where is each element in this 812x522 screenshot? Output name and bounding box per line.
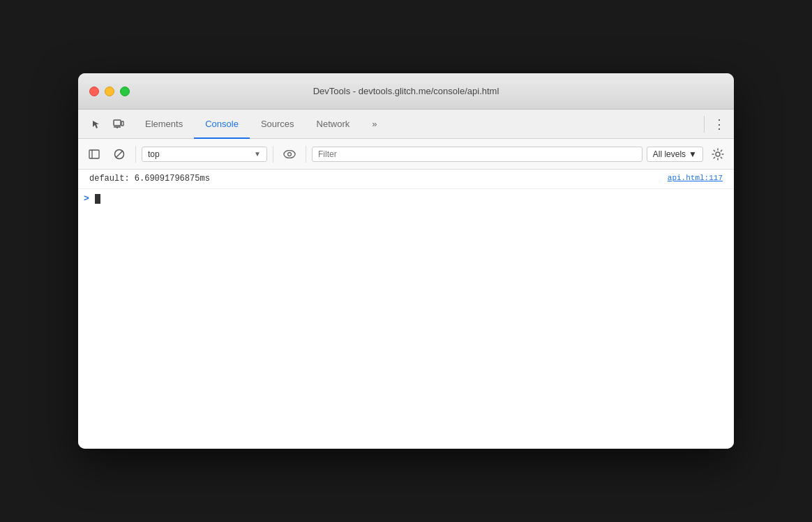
chevron-down-icon: ▼ — [254, 150, 261, 158]
svg-rect-4 — [89, 150, 99, 158]
context-value: top — [148, 149, 251, 159]
tab-sources[interactable]: Sources — [250, 110, 306, 139]
tab-elements[interactable]: Elements — [134, 110, 194, 139]
console-prompt-symbol: > — [84, 193, 89, 204]
console-log-row: default: 6.69091796875ms api.html:117 — [78, 170, 734, 189]
svg-point-10 — [716, 152, 720, 156]
window-title: DevTools - devtools.glitch.me/console/ap… — [313, 86, 499, 96]
console-log-text: default: 6.69091796875ms — [89, 174, 210, 184]
svg-rect-1 — [121, 121, 123, 126]
context-selector[interactable]: top ▼ — [142, 147, 267, 162]
devtools-window: DevTools - devtools.glitch.me/console/ap… — [78, 73, 734, 449]
levels-dropdown[interactable]: All levels ▼ — [647, 147, 703, 162]
console-area[interactable]: default: 6.69091796875ms api.html:117 > — [78, 170, 734, 449]
titlebar: DevTools - devtools.glitch.me/console/ap… — [78, 73, 734, 110]
svg-rect-0 — [114, 120, 121, 126]
tabs-right: ⋮ — [696, 110, 731, 138]
svg-point-9 — [288, 152, 292, 156]
toolbar-divider-2 — [273, 146, 273, 163]
tabs-bar: Elements Console Sources Network » ⋮ — [78, 110, 734, 139]
tab-console[interactable]: Console — [194, 110, 250, 139]
close-button[interactable] — [89, 87, 99, 96]
tab-divider — [704, 116, 705, 133]
toolbar-divider-1 — [135, 146, 136, 163]
console-log-link[interactable]: api.html:117 — [668, 174, 723, 182]
eye-icon-button[interactable] — [279, 144, 300, 165]
filter-input[interactable] — [318, 149, 636, 159]
block-icon-button[interactable] — [109, 144, 130, 165]
sidebar-toggle-button[interactable] — [84, 144, 105, 165]
settings-icon-button[interactable] — [707, 144, 728, 165]
tab-more[interactable]: » — [361, 110, 388, 139]
svg-line-7 — [116, 151, 123, 158]
tab-network[interactable]: Network — [306, 110, 361, 139]
cursor-icon[interactable] — [87, 114, 106, 134]
minimize-button[interactable] — [105, 87, 114, 96]
svg-point-8 — [284, 150, 295, 158]
console-input-row[interactable]: > — [78, 189, 734, 208]
filter-input-wrap[interactable] — [312, 147, 642, 162]
traffic-lights — [89, 87, 130, 96]
more-menu-button[interactable]: ⋮ — [713, 117, 725, 132]
console-cursor — [95, 194, 100, 204]
console-toolbar: top ▼ All levels ▼ — [78, 139, 734, 170]
toolbar-divider-3 — [306, 146, 306, 163]
tab-icons — [81, 110, 134, 138]
levels-label: All levels — [653, 149, 686, 159]
maximize-button[interactable] — [120, 87, 130, 96]
device-icon[interactable] — [109, 114, 128, 134]
tabs: Elements Console Sources Network » — [134, 110, 696, 138]
levels-arrow-icon: ▼ — [689, 149, 697, 159]
